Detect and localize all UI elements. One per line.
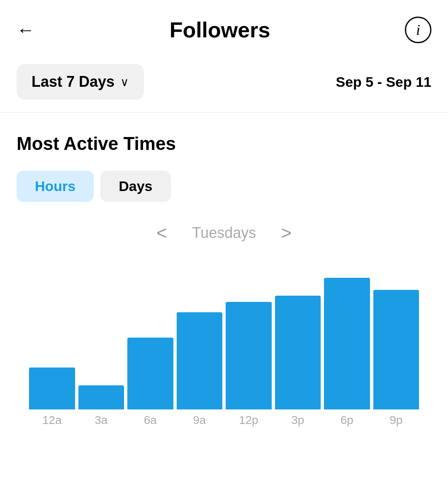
bar-group xyxy=(324,260,370,409)
x-axis-label: 3p xyxy=(275,414,321,427)
x-axis-label: 12p xyxy=(226,414,272,427)
section-title: Most Active Times xyxy=(17,133,431,154)
x-axis-labels: 12a3a6a9a12p3p6p9p xyxy=(25,414,423,427)
bar xyxy=(127,338,173,409)
date-range-label: Sep 5 - Sep 11 xyxy=(336,74,431,90)
tab-hours[interactable]: Hours xyxy=(17,171,94,202)
bars-container xyxy=(25,260,423,409)
back-button[interactable]: ← xyxy=(17,21,35,39)
filter-row: Last 7 Days ∨ Sep 5 - Sep 11 xyxy=(0,56,448,112)
tab-row: Hours Days xyxy=(17,171,431,202)
bar xyxy=(29,368,75,409)
bar-group xyxy=(78,260,124,409)
x-axis-label: 12a xyxy=(29,414,75,427)
x-axis-label: 3a xyxy=(78,414,124,427)
x-axis-label: 9a xyxy=(177,414,223,427)
info-button[interactable]: i xyxy=(405,17,431,43)
bar-group xyxy=(127,260,173,409)
bar xyxy=(226,302,272,409)
bar xyxy=(78,385,124,409)
dropdown-label: Last 7 Days xyxy=(32,73,114,91)
bar-group xyxy=(29,260,75,409)
bar-group xyxy=(177,260,223,409)
chevron-down-icon: ∨ xyxy=(120,75,129,89)
x-axis-label: 6p xyxy=(324,414,370,427)
next-day-button[interactable]: > xyxy=(281,223,292,243)
page-title: Followers xyxy=(170,17,270,42)
bar xyxy=(324,278,370,409)
bar xyxy=(275,296,321,409)
current-day-label: Tuesdays xyxy=(192,224,256,242)
prev-day-button[interactable]: < xyxy=(156,223,167,243)
bar xyxy=(373,290,419,409)
day-navigator: < Tuesdays > xyxy=(17,223,431,243)
bar-group xyxy=(226,260,272,409)
bar-group xyxy=(275,260,321,409)
bar-chart: 12a3a6a9a12p3p6p9p xyxy=(17,260,431,427)
x-axis-label: 9p xyxy=(373,414,419,427)
time-period-dropdown[interactable]: Last 7 Days ∨ xyxy=(17,64,144,100)
tab-days[interactable]: Days xyxy=(100,171,170,202)
x-axis-label: 6a xyxy=(127,414,173,427)
bar xyxy=(177,312,223,409)
header: ← Followers i xyxy=(0,0,448,56)
most-active-times-section: Most Active Times Hours Days < Tuesdays … xyxy=(0,113,448,439)
bar-group xyxy=(373,260,419,409)
